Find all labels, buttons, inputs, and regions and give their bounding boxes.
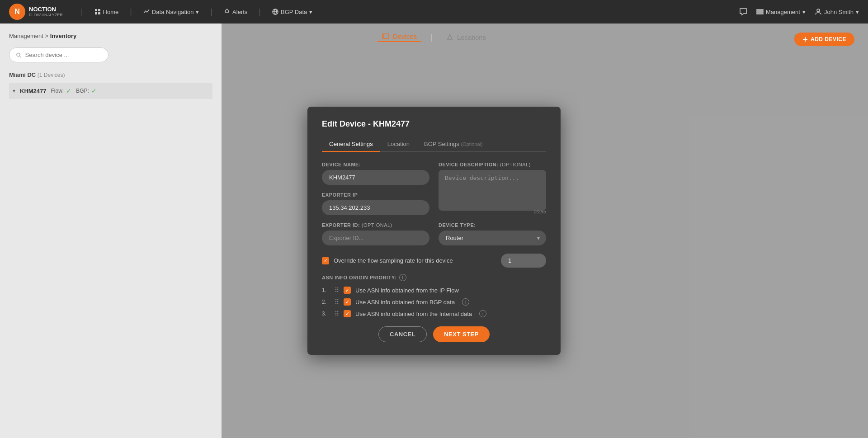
device-type-select-wrap: Router Switch Firewall Other ▾ <box>439 231 546 245</box>
modal-actions: CANCEL NEXT STEP <box>322 326 546 342</box>
asn-item-2-info-icon[interactable]: i <box>462 298 469 306</box>
exporter-id-input[interactable] <box>322 231 429 245</box>
asn-item-1-num: 1. <box>322 287 330 293</box>
svg-rect-7 <box>757 9 763 10</box>
nav-bgp-data[interactable]: BGP Data ▾ <box>270 9 315 15</box>
drag-handle-icon[interactable]: ⠿ <box>335 298 339 306</box>
logo-icon: N <box>9 4 25 20</box>
edit-device-modal: Edit Device - KHM2477 General Settings L… <box>307 107 561 355</box>
exporter-ip-input[interactable] <box>322 200 429 215</box>
asn-item-1: 1. ⠿ Use ASN info obtained from the IP F… <box>322 287 546 294</box>
drag-handle-icon[interactable]: ⠿ <box>335 287 339 294</box>
asn-item-2-checkbox[interactable] <box>344 298 351 306</box>
modal-title: Edit Device - KHM2477 <box>322 119 546 129</box>
exporter-ip-label: EXPORTER IP <box>322 192 429 198</box>
exporter-ip-group: EXPORTER IP <box>322 192 429 215</box>
modal-tab-general[interactable]: General Settings <box>322 137 380 152</box>
asn-priority-info-icon[interactable]: i <box>399 274 406 281</box>
svg-rect-2 <box>95 12 97 14</box>
svg-point-10 <box>817 9 820 12</box>
override-label: Override the flow sampling rate for this… <box>334 257 453 264</box>
device-description-label: DEVICE DESCRIPTION: (Optional) <box>439 162 546 167</box>
asn-item-1-checkbox[interactable] <box>344 287 351 294</box>
svg-rect-9 <box>757 13 763 14</box>
svg-rect-3 <box>98 12 100 14</box>
char-count: 0/255 <box>439 209 546 214</box>
logo-text: NOCTIONFLOW ANALYZER <box>29 6 63 18</box>
top-navigation: N NOCTIONFLOW ANALYZER | Home | Data Nav… <box>0 0 868 24</box>
override-sampling-row: Override the flow sampling rate for this… <box>322 254 546 268</box>
device-type-label: DEVICE TYPE: <box>439 222 546 228</box>
management-menu[interactable]: Management ▾ <box>756 8 806 15</box>
asn-item-3-label: Use ASN info obtained from the Internal … <box>355 311 472 317</box>
asn-item-2: 2. ⠿ Use ASN info obtained from BGP data… <box>322 298 546 306</box>
device-description-group: DEVICE DESCRIPTION: (Optional) 0/255 <box>439 162 546 215</box>
device-type-select[interactable]: Router Switch Firewall Other <box>439 231 546 245</box>
nav-alerts[interactable]: Alerts <box>222 9 250 15</box>
nav-right: Management ▾ John Smith ▾ <box>739 8 859 16</box>
asn-item-3-info-icon[interactable]: i <box>479 310 486 317</box>
asn-items-list: 1. ⠿ Use ASN info obtained from the IP F… <box>322 287 546 317</box>
user-menu[interactable]: John Smith ▾ <box>815 8 859 15</box>
modal-tab-bgp[interactable]: BGP Settings (Optional) <box>417 137 490 152</box>
cancel-button[interactable]: CANCEL <box>378 326 427 342</box>
modal-backdrop: Edit Device - KHM2477 General Settings L… <box>0 24 868 438</box>
logo: N NOCTIONFLOW ANALYZER <box>9 4 63 20</box>
next-step-button[interactable]: NEXT STEP <box>433 326 490 342</box>
asn-item-3-num: 3. <box>322 311 330 317</box>
modal-tab-location[interactable]: Location <box>380 137 417 152</box>
device-type-group: DEVICE TYPE: Router Switch Firewall Othe… <box>439 222 546 245</box>
nav-data-navigation[interactable]: Data Navigation ▾ <box>141 9 202 15</box>
svg-rect-1 <box>98 9 100 11</box>
override-checkbox[interactable] <box>322 257 329 264</box>
exporter-id-label: EXPORTER ID: (Optional) <box>322 222 429 228</box>
svg-rect-8 <box>757 11 763 12</box>
asn-item-2-num: 2. <box>322 299 330 305</box>
asn-item-3-checkbox[interactable] <box>344 310 351 317</box>
asn-item-3: 3. ⠿ Use ASN info obtained from the Inte… <box>322 310 546 317</box>
drag-handle-icon[interactable]: ⠿ <box>335 310 339 317</box>
asn-item-2-label: Use ASN info obtained from BGP data <box>355 299 455 306</box>
modal-tabs: General Settings Location BGP Settings (… <box>322 137 546 152</box>
nav-home[interactable]: Home <box>92 9 121 15</box>
asn-priority-section: ASN INFO ORIGIN PRIORITY: i <box>322 274 546 281</box>
chat-icon[interactable] <box>739 8 747 16</box>
sampling-rate-input[interactable] <box>501 254 546 268</box>
device-name-label: DEVICE NAME: <box>322 162 429 167</box>
form-grid: DEVICE NAME: DEVICE DESCRIPTION: (Option… <box>322 162 546 245</box>
device-name-input[interactable] <box>322 170 429 185</box>
exporter-id-group: EXPORTER ID: (Optional) <box>322 222 429 245</box>
device-description-input[interactable] <box>439 170 546 211</box>
device-name-group: DEVICE NAME: <box>322 162 429 185</box>
asn-item-1-label: Use ASN info obtained from the IP Flow <box>355 287 459 294</box>
svg-rect-0 <box>95 9 97 11</box>
